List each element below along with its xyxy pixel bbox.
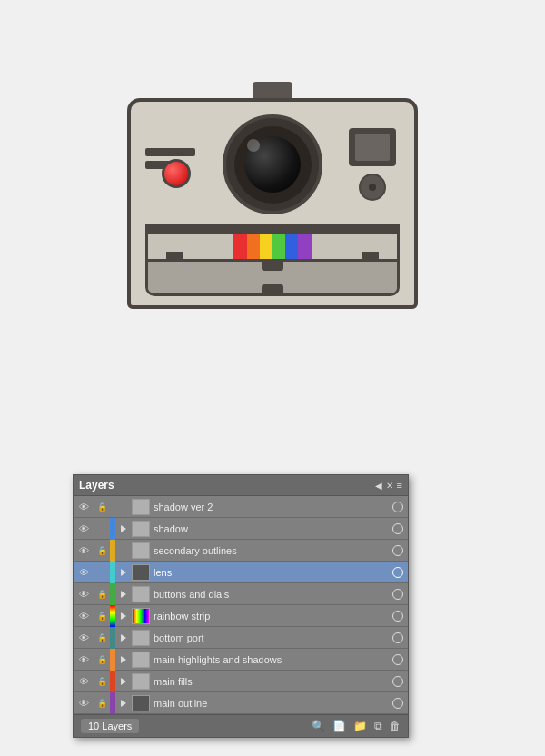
- layer-thumb: [132, 695, 150, 711]
- arrow-col: [115, 569, 132, 576]
- visibility-circle: [388, 567, 408, 578]
- layer-count-label: 10 Layers: [81, 719, 139, 733]
- lock-col: 🔒: [94, 633, 110, 642]
- eye-icon-col: 👁: [74, 698, 94, 709]
- arrow-col: [115, 525, 132, 532]
- eye-icon: 👁: [79, 698, 89, 709]
- film-notch-right: [362, 252, 379, 259]
- lens-mid: [234, 126, 312, 204]
- lock-icon: 🔒: [97, 633, 107, 642]
- layer-name: main outline: [154, 698, 388, 709]
- lock-icon: 🔒: [97, 612, 107, 621]
- color-bar: [110, 496, 115, 518]
- camera-lens: [223, 114, 322, 214]
- lens-highlight: [247, 139, 260, 152]
- eye-icon: 👁: [79, 523, 89, 534]
- layer-name: main fills: [154, 676, 388, 687]
- layer-row[interactable]: 👁 🔒 shadow ver 2: [74, 496, 408, 518]
- film-notch-left: [166, 252, 183, 259]
- eye-icon: 👁: [79, 654, 89, 665]
- eye-icon: 👁: [79, 676, 89, 687]
- layer-row[interactable]: 👁 🔒 secondary outlines: [74, 540, 408, 562]
- eye-icon: 👁: [79, 589, 89, 600]
- arrow-col: [115, 612, 132, 620]
- visibility-circle: [388, 589, 408, 600]
- visibility-circle: [388, 698, 408, 709]
- eye-icon: 👁: [79, 545, 89, 556]
- eye-icon-col: 👁: [74, 632, 94, 643]
- eye-icon: 👁: [79, 611, 89, 622]
- search-icon[interactable]: 🔍: [312, 720, 325, 732]
- eye-icon-col: 👁: [74, 654, 94, 665]
- layer-thumb: [132, 630, 150, 646]
- layers-title-controls: ◀ ✕ ≡: [375, 480, 402, 491]
- layer-thumb: [132, 586, 150, 602]
- new-layer-icon[interactable]: 📄: [332, 720, 346, 732]
- layer-thumb-rainbow: [132, 608, 150, 624]
- eye-icon-col: 👁: [74, 502, 94, 512]
- layer-name: rainbow strip: [154, 611, 388, 622]
- eye-icon-col: 👁: [74, 676, 94, 687]
- visibility-circle: [388, 654, 408, 665]
- collapse-icon[interactable]: ◀: [375, 481, 382, 491]
- control-bar-1: [145, 148, 195, 156]
- eye-icon: 👁: [79, 502, 89, 512]
- close-icon[interactable]: ✕: [386, 481, 393, 491]
- lock-col: 🔒: [94, 655, 110, 664]
- eye-icon: 👁: [79, 632, 89, 643]
- layers-footer: 10 Layers 🔍 📄 📁 ⧉ 🗑: [74, 714, 408, 737]
- layer-name: shadow ver 2: [154, 502, 388, 512]
- visibility-circle: [388, 632, 408, 643]
- film-bottom-section: [148, 259, 397, 293]
- left-controls: [145, 148, 200, 181]
- lock-col: 🔒: [94, 677, 110, 686]
- camera-area: [0, 0, 545, 418]
- eye-icon-col: 👁: [74, 611, 94, 622]
- duplicate-icon[interactable]: ⧉: [374, 720, 382, 732]
- footer-icons: 🔍 📄 📁 ⧉ 🗑: [312, 720, 401, 732]
- layer-row[interactable]: 👁 shadow: [74, 518, 408, 540]
- arrow-col: [115, 591, 132, 598]
- layer-name: lens: [154, 567, 388, 578]
- layer-thumb: [132, 499, 150, 515]
- lock-icon: 🔒: [97, 502, 107, 512]
- arrow-col: [115, 656, 132, 663]
- visibility-circle: [388, 502, 408, 512]
- visibility-circle: [388, 611, 408, 622]
- viewfinder: [349, 128, 396, 166]
- lens-inner: [244, 136, 301, 193]
- layers-panel-title: Layers: [79, 479, 114, 492]
- layer-row[interactable]: 👁 🔒 main fills: [74, 671, 408, 692]
- layer-name: secondary outlines: [154, 545, 388, 556]
- layer-thumb: [132, 564, 150, 581]
- delete-icon[interactable]: 🗑: [390, 720, 401, 732]
- visibility-circle: [388, 545, 408, 556]
- lock-icon: 🔒: [97, 546, 107, 555]
- lock-icon: 🔒: [97, 677, 107, 686]
- film-area: [145, 224, 400, 296]
- lock-col: 🔒: [94, 699, 110, 708]
- layer-name: main highlights and shadows: [154, 654, 388, 665]
- camera-body: [127, 98, 418, 309]
- arrow-col: [115, 678, 132, 685]
- layers-panel: Layers ◀ ✕ ≡ 👁 🔒 shadow ver 2 👁 shadow: [73, 474, 409, 738]
- layer-thumb: [132, 673, 150, 690]
- layers-menu-icon[interactable]: ≡: [397, 480, 402, 491]
- shutter-button[interactable]: [162, 159, 191, 188]
- eye-icon-col: 👁: [74, 567, 94, 578]
- lock-col: 🔒: [94, 502, 110, 512]
- layer-row[interactable]: 👁 🔒 rainbow strip: [74, 605, 408, 627]
- layer-name: bottom port: [154, 632, 388, 643]
- camera-top-bump: [253, 82, 292, 98]
- layer-row[interactable]: 👁 🔒 buttons and dials: [74, 583, 408, 605]
- layer-row-selected[interactable]: 👁 lens: [74, 562, 408, 583]
- layer-row[interactable]: 👁 🔒 main outline: [74, 692, 408, 714]
- layer-row[interactable]: 👁 🔒 bottom port: [74, 627, 408, 649]
- color-bar: [110, 540, 115, 562]
- layer-row[interactable]: 👁 🔒 main highlights and shadows: [74, 649, 408, 671]
- camera-top-section: [145, 114, 400, 214]
- folder-icon[interactable]: 📁: [353, 720, 367, 732]
- visibility-circle: [388, 523, 408, 534]
- layer-name: shadow: [154, 523, 388, 534]
- film-rainbow: [148, 234, 397, 259]
